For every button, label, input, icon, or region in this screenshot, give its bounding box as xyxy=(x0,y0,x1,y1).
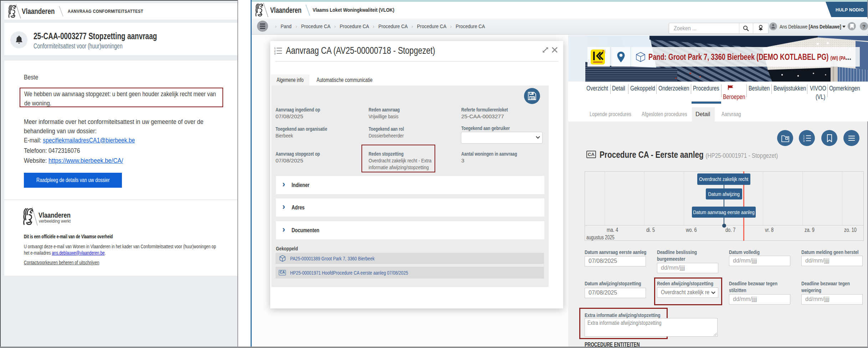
svg-text:1: 1 xyxy=(803,134,805,137)
svg-text:3: 3 xyxy=(803,139,805,142)
svg-text:3: 3 xyxy=(274,52,276,54)
svg-text:2: 2 xyxy=(803,137,805,139)
